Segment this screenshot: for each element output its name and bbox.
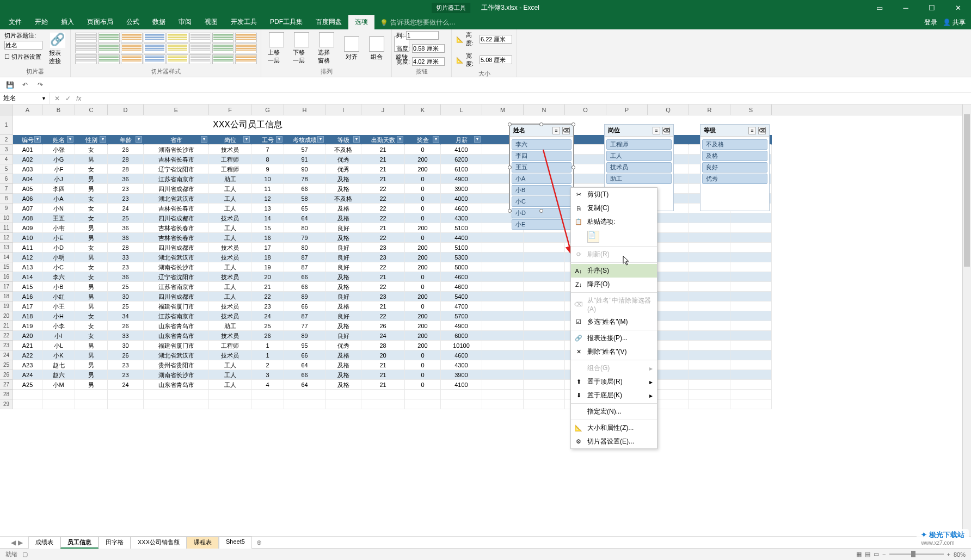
close-button[interactable]: ✕ [947, 0, 969, 15]
cell[interactable]: 24 [108, 380, 144, 390]
cell[interactable]: A01 [13, 145, 42, 155]
cell[interactable]: 小红 [42, 292, 75, 301]
cell[interactable]: 四川省成都市 [144, 292, 209, 301]
tab-PDF工具集[interactable]: PDF工具集 [263, 15, 309, 29]
cell[interactable]: 小L [42, 341, 75, 350]
cell[interactable]: 34 [108, 311, 144, 321]
sheet-tab[interactable]: 成绩表 [28, 537, 60, 549]
cell[interactable] [482, 282, 524, 292]
cell[interactable]: 男 [75, 282, 108, 292]
cell[interactable]: 男 [75, 370, 108, 380]
group-button[interactable]: 组合 [366, 35, 388, 62]
cell[interactable] [689, 360, 730, 370]
cell[interactable]: 4300 [441, 213, 482, 223]
row-header[interactable]: 19 [0, 301, 13, 311]
cell[interactable] [689, 341, 730, 350]
cell[interactable]: 助工 [209, 174, 251, 184]
table-header-cell[interactable]: 工号▾ [251, 135, 284, 145]
slicer-item[interactable]: 小B [512, 185, 571, 195]
cell[interactable] [730, 253, 772, 262]
slicer-item[interactable]: 及格 [702, 151, 767, 161]
cell[interactable]: 男 [75, 350, 108, 360]
cell[interactable] [524, 360, 565, 370]
cell[interactable]: 25 [108, 213, 144, 223]
cell[interactable]: 4600 [441, 282, 482, 292]
cell[interactable]: 四川省成都市 [144, 243, 209, 253]
slicer-item[interactable]: 技术员 [606, 162, 672, 173]
cell[interactable] [689, 233, 730, 243]
cell[interactable]: 技术员 [209, 243, 251, 253]
cell[interactable] [730, 399, 772, 409]
filter-dropdown[interactable]: ▾ [433, 136, 439, 143]
cell[interactable]: 技术员 [209, 301, 251, 311]
cell[interactable]: 22 [361, 213, 405, 223]
cell[interactable]: 23 [108, 184, 144, 194]
slicer-style[interactable] [98, 44, 120, 53]
cell[interactable]: 男 [75, 301, 108, 311]
cell[interactable]: 18 [251, 253, 284, 262]
slicer-name[interactable]: 姓名≡⌫ 李六李四王五小A小B小C小D小E [509, 124, 574, 211]
cell[interactable]: 64 [284, 360, 325, 370]
cell[interactable]: 57 [284, 145, 325, 155]
cell[interactable]: 工人 [209, 360, 251, 370]
cell[interactable] [730, 390, 772, 399]
cell[interactable]: 湖南省长沙市 [144, 145, 209, 155]
cell[interactable]: 男 [75, 341, 108, 350]
cell[interactable]: A18 [13, 311, 42, 321]
cell[interactable]: 23 [108, 360, 144, 370]
cell[interactable]: 24 [108, 204, 144, 213]
cell[interactable]: 女 [75, 262, 108, 272]
ribbon-display-icon[interactable]: ▭ [869, 0, 890, 15]
cell[interactable]: 及格 [325, 282, 361, 292]
row-header[interactable]: 20 [0, 311, 13, 321]
row-header[interactable]: 14 [0, 253, 13, 262]
cell[interactable]: 22 [361, 233, 405, 243]
cell[interactable] [730, 321, 772, 331]
cell[interactable]: 技术员 [209, 272, 251, 282]
redo-icon[interactable]: ↷ [35, 79, 46, 90]
cell[interactable]: 4100 [441, 380, 482, 390]
row-header[interactable]: 17 [0, 282, 13, 292]
cell[interactable]: 21 [361, 370, 405, 380]
cell[interactable] [730, 370, 772, 380]
filter-dropdown[interactable]: ▾ [353, 136, 360, 143]
cell[interactable]: 工程师 [209, 341, 251, 350]
cell[interactable]: 工人 [209, 204, 251, 213]
cell[interactable]: 技术员 [209, 213, 251, 223]
cell[interactable]: 女 [75, 243, 108, 253]
cell[interactable]: A17 [13, 301, 42, 311]
col-header[interactable]: H [284, 104, 325, 115]
cell[interactable]: 4600 [441, 204, 482, 213]
cell[interactable]: 0 [405, 184, 441, 194]
cell[interactable]: 优秀 [325, 164, 361, 174]
cell[interactable]: A08 [13, 213, 42, 223]
menu-slicer-settings[interactable]: ⚙切片器设置(E)... [571, 435, 657, 448]
cell[interactable]: 28 [108, 164, 144, 174]
cell[interactable]: 良好 [325, 223, 361, 233]
col-header[interactable]: K [405, 104, 441, 115]
cell[interactable] [325, 390, 361, 399]
cell[interactable]: 22 [251, 292, 284, 301]
macro-record-icon[interactable]: ▢ [22, 551, 28, 557]
cell[interactable]: 64 [284, 213, 325, 223]
cell[interactable]: 200 [405, 331, 441, 341]
cell[interactable] [524, 331, 565, 341]
cell[interactable]: 小H [42, 311, 75, 321]
slicer-item[interactable]: 工人 [606, 151, 672, 161]
cell[interactable]: A07 [13, 204, 42, 213]
cell[interactable]: 200 [405, 253, 441, 262]
cell[interactable]: 良好 [325, 262, 361, 272]
new-sheet-button[interactable]: ⊕ [252, 539, 266, 546]
cell[interactable]: 工人 [209, 282, 251, 292]
cell[interactable]: 女 [75, 145, 108, 155]
row-header[interactable]: 1 [0, 115, 13, 135]
cell[interactable]: 男 [75, 292, 108, 301]
menu-size-props[interactable]: 📐大小和属性(Z)... [571, 421, 657, 435]
cell[interactable] [482, 272, 524, 282]
cell[interactable] [482, 262, 524, 272]
cell[interactable] [689, 301, 730, 311]
cell[interactable] [482, 331, 524, 341]
row-header[interactable]: 7 [0, 184, 13, 194]
cell[interactable]: 工人 [209, 233, 251, 243]
table-header-cell[interactable]: 姓名▾ [42, 135, 75, 145]
